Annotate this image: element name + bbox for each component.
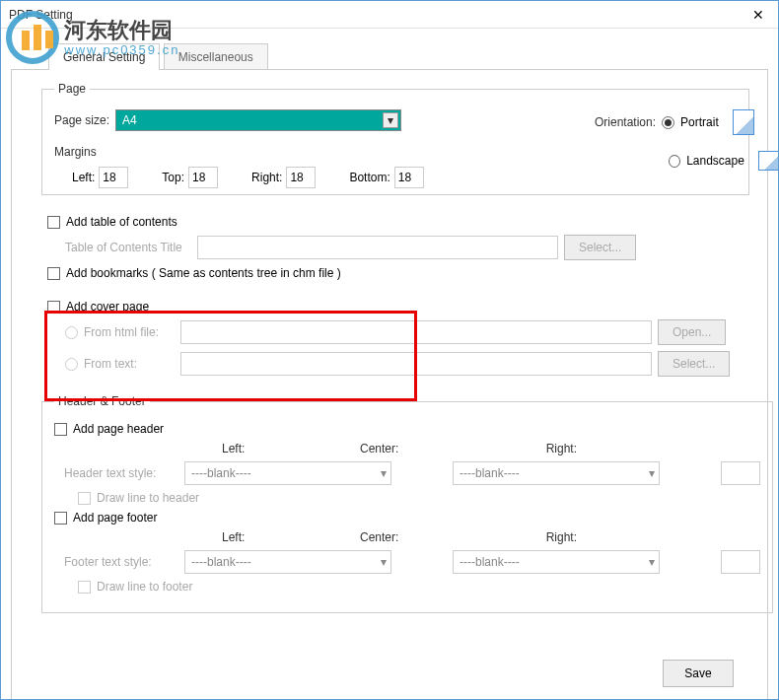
checkbox-draw-header-line[interactable] bbox=[78, 492, 91, 505]
toc-title-label: Table of Contents Title bbox=[65, 241, 191, 254]
header-center-combo[interactable]: ----blank----▾ bbox=[453, 461, 660, 485]
add-cover-label: Add cover page bbox=[66, 300, 149, 314]
header-footer-fieldset: Header & Footer Add page header Left: Ce… bbox=[41, 394, 773, 613]
footer-style-label: Footer text style: bbox=[64, 555, 173, 569]
add-footer-label: Add page footer bbox=[73, 511, 157, 525]
checkbox-add-toc[interactable] bbox=[47, 216, 60, 229]
footer-columns: Left: Center: Right: bbox=[54, 530, 760, 544]
add-toc-label: Add table of contents bbox=[66, 215, 177, 229]
checkbox-add-cover[interactable] bbox=[47, 301, 60, 314]
titlebar: PDF Setting ✕ bbox=[1, 1, 778, 29]
tab-general-setting[interactable]: General Setting bbox=[48, 43, 160, 70]
from-html-label: From html file: bbox=[84, 325, 175, 339]
checkbox-draw-footer-line[interactable] bbox=[78, 581, 91, 594]
toc-title-input[interactable] bbox=[197, 236, 558, 259]
landscape-label: Landscape bbox=[686, 154, 744, 168]
page-fieldset: Page Page size: A4 ▾ Orientation: Portra… bbox=[41, 82, 749, 195]
chevron-down-icon: ▾ bbox=[649, 466, 655, 480]
portrait-icon bbox=[733, 109, 754, 135]
radio-landscape[interactable] bbox=[669, 155, 680, 168]
margin-top-input[interactable] bbox=[188, 167, 218, 188]
window-title: PDF Setting bbox=[9, 8, 746, 22]
hf-legend: Header & Footer bbox=[54, 394, 150, 408]
chevron-down-icon: ▾ bbox=[381, 555, 387, 569]
cover-select-button[interactable]: Select... bbox=[658, 351, 730, 377]
checkbox-add-footer[interactable] bbox=[54, 512, 67, 525]
from-text-label: From text: bbox=[84, 357, 175, 371]
header-left-combo[interactable]: ----blank----▾ bbox=[184, 461, 391, 485]
save-button[interactable]: Save bbox=[663, 660, 734, 687]
add-header-label: Add page header bbox=[73, 422, 164, 436]
from-html-input[interactable] bbox=[180, 320, 652, 344]
tab-strip: General Setting Miscellaneous bbox=[48, 42, 778, 69]
page-size-label: Page size: bbox=[54, 113, 109, 127]
radio-portrait[interactable] bbox=[662, 116, 674, 129]
header-right-combo[interactable] bbox=[721, 461, 760, 485]
portrait-label: Portrait bbox=[680, 115, 719, 129]
checkbox-add-bookmarks[interactable] bbox=[47, 267, 60, 280]
page-legend: Page bbox=[54, 82, 90, 96]
margin-left-input[interactable] bbox=[99, 167, 128, 188]
landscape-icon bbox=[758, 151, 779, 171]
chevron-down-icon: ▾ bbox=[381, 466, 387, 480]
orientation-label: Orientation: bbox=[595, 115, 656, 129]
chevron-down-icon: ▾ bbox=[649, 555, 655, 569]
footer-left-combo[interactable]: ----blank----▾ bbox=[184, 550, 391, 574]
radio-from-html[interactable] bbox=[65, 326, 78, 339]
tab-content: Page Page size: A4 ▾ Orientation: Portra… bbox=[11, 69, 768, 700]
header-columns: Left: Center: Right: bbox=[54, 442, 760, 455]
radio-from-text[interactable] bbox=[65, 358, 78, 371]
from-text-input[interactable] bbox=[180, 352, 652, 376]
margin-right-input[interactable] bbox=[286, 167, 316, 188]
add-bookmarks-label: Add bookmarks ( Same as contents tree in… bbox=[66, 266, 341, 280]
toc-select-button[interactable]: Select... bbox=[564, 235, 636, 260]
header-style-label: Header text style: bbox=[64, 466, 173, 480]
margin-bottom-input[interactable] bbox=[394, 167, 424, 188]
checkbox-add-header[interactable] bbox=[54, 423, 67, 436]
close-icon[interactable]: ✕ bbox=[746, 3, 770, 27]
chevron-down-icon: ▾ bbox=[383, 112, 398, 128]
footer-center-combo[interactable]: ----blank----▾ bbox=[453, 550, 660, 574]
page-size-select[interactable]: A4 ▾ bbox=[115, 109, 401, 131]
tab-miscellaneous[interactable]: Miscellaneous bbox=[164, 43, 268, 70]
draw-footer-label: Draw line to footer bbox=[97, 580, 192, 594]
draw-header-label: Draw line to header bbox=[97, 491, 199, 505]
footer-right-combo[interactable] bbox=[721, 550, 760, 574]
orientation-group: Orientation: Portrait Landscape bbox=[595, 109, 779, 186]
open-button[interactable]: Open... bbox=[658, 319, 726, 345]
